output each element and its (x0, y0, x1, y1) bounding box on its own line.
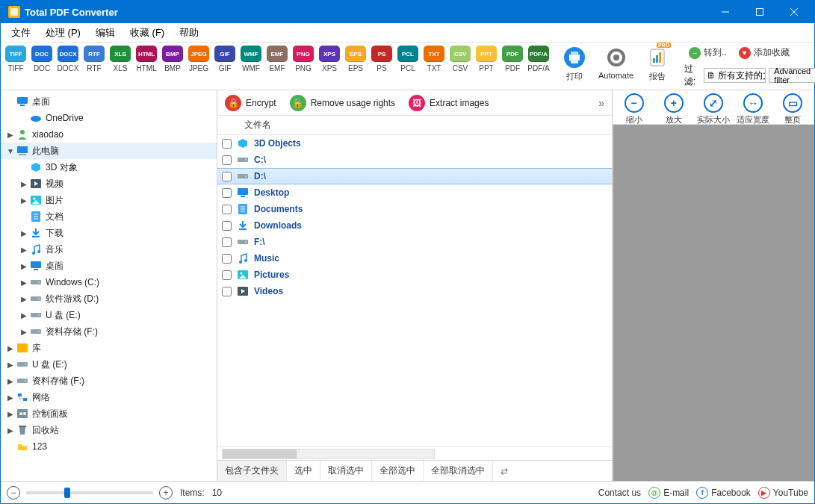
file-row[interactable]: D:\ (217, 168, 612, 184)
disclosure-icon[interactable]: ▶ (5, 344, 16, 352)
row-checkbox[interactable] (222, 221, 232, 231)
row-checkbox[interactable] (222, 270, 232, 280)
format-wmf[interactable]: WMFWMF (239, 46, 263, 72)
tree-node[interactable]: ▼此电脑 (1, 143, 217, 159)
disclosure-icon[interactable]: ▶ (19, 262, 29, 270)
zoom-slider[interactable] (26, 491, 153, 494)
tree-node[interactable]: ▶Windows (C:) (1, 274, 217, 290)
menu-收藏 (F)[interactable]: 收藏 (F) (124, 25, 170, 41)
preview-fitp[interactable]: ▭整页 (776, 93, 810, 125)
format-eps[interactable]: EPSEPS (344, 46, 368, 72)
tree-node[interactable]: ▶资料存储 (F:) (1, 373, 217, 389)
preview-zoomout[interactable]: −缩小 (617, 93, 651, 125)
tree-node[interactable]: 123 (1, 438, 217, 455)
advanced-filter-button[interactable]: Advanced filter (769, 68, 815, 83)
tree-node[interactable]: ▶网络 (1, 389, 217, 405)
format-ps[interactable]: PSPS (370, 46, 394, 72)
disclosure-icon[interactable]: ▶ (5, 131, 16, 139)
row-checkbox[interactable] (222, 254, 232, 264)
format-docx[interactable]: DOCXDOCX (56, 46, 80, 72)
tree-node[interactable]: ▶库 (1, 340, 217, 356)
disclosure-icon[interactable]: ▶ (5, 361, 16, 369)
add-favorite-button[interactable]: ♥添加收藏 (734, 46, 794, 60)
menu-编辑[interactable]: 编辑 (90, 25, 121, 41)
format-png[interactable]: PNGPNG (291, 46, 315, 72)
file-row[interactable]: Pictures (217, 267, 612, 283)
format-html[interactable]: HTMLHTML (134, 46, 158, 72)
disclosure-icon[interactable]: ▶ (19, 328, 29, 336)
disclosure-icon[interactable]: ▶ (5, 410, 16, 418)
row-checkbox[interactable] (222, 287, 232, 296)
extract-images-button[interactable]: 🖼Extract images (406, 93, 492, 113)
file-row[interactable]: C:\ (217, 152, 612, 168)
disclosure-icon[interactable]: ▶ (19, 311, 29, 320)
format-txt[interactable]: TXTTXT (422, 46, 446, 72)
youtube-link[interactable]: ▶YouTube (758, 487, 808, 499)
format-xps[interactable]: XPSXPS (317, 46, 341, 72)
disclosure-icon[interactable]: ▶ (19, 246, 29, 254)
file-row[interactable]: 3D Objects (217, 135, 612, 152)
format-tiff[interactable]: TIFFTIFF (4, 46, 28, 72)
preview-actual[interactable]: ⤢实际大小 (696, 93, 730, 125)
facebook-link[interactable]: fFacebook (696, 487, 751, 499)
disclosure-icon[interactable]: ▶ (5, 426, 16, 435)
automate-button[interactable]: Automate (598, 46, 633, 80)
tree-node[interactable]: ▶xiaodao (1, 126, 217, 143)
folder-tree[interactable]: 桌面OneDrive▶xiaodao▼此电脑3D 对象▶视频▶图片文档▶下载▶音… (1, 90, 217, 481)
disclosure-icon[interactable]: ▶ (5, 393, 16, 402)
format-doc[interactable]: DOCDOC (30, 46, 54, 72)
disclosure-icon[interactable]: ▶ (19, 295, 29, 303)
tree-node[interactable]: ▶U 盘 (E:) (1, 307, 217, 323)
tree-node[interactable]: ▶资料存储 (F:) (1, 323, 217, 340)
format-rtf[interactable]: RTFRTF (82, 46, 106, 72)
tree-node[interactable]: ▶软件游戏 (D:) (1, 290, 217, 307)
preview-fitw[interactable]: ↔适应宽度 (737, 93, 770, 125)
disclosure-icon[interactable]: ▶ (19, 279, 29, 287)
email-link[interactable]: @E-mail (648, 487, 689, 499)
format-ppt[interactable]: PPTPPT (474, 46, 498, 72)
format-jpeg[interactable]: JPEGJPEG (187, 46, 211, 72)
remove-rights-button[interactable]: 🔓Remove usage rights (287, 93, 398, 113)
format-pcl[interactable]: PCLPCL (396, 46, 420, 72)
selbar-more[interactable]: ⇄ (493, 461, 515, 481)
tree-node[interactable]: ▶音乐 (1, 241, 217, 258)
disclosure-icon[interactable]: ▼ (5, 147, 16, 155)
row-checkbox[interactable] (222, 155, 232, 165)
close-button[interactable] (777, 1, 811, 23)
menu-处理 (P)[interactable]: 处理 (P) (40, 25, 87, 41)
tree-node[interactable]: 桌面 (1, 93, 217, 110)
selbar-4[interactable]: 全部取消选中 (424, 461, 493, 481)
disclosure-icon[interactable]: ▶ (5, 377, 16, 385)
more-actions-button[interactable]: » (595, 97, 607, 109)
preview-zoomin[interactable]: +放大 (657, 93, 690, 125)
zoom-in-button[interactable]: + (159, 486, 173, 500)
selbar-3[interactable]: 全部选中 (372, 461, 424, 481)
file-row[interactable]: Videos (217, 283, 612, 299)
contact-us-link[interactable]: Contact us (598, 488, 641, 498)
report-button[interactable]: 报告 (645, 46, 669, 82)
file-row[interactable]: Downloads (217, 217, 612, 234)
tree-node[interactable]: ▶图片 (1, 192, 217, 208)
file-row[interactable]: Documents (217, 201, 612, 217)
format-emf[interactable]: EMFEMF (265, 46, 289, 72)
tree-node[interactable]: 文档 (1, 208, 217, 225)
disclosure-icon[interactable]: ▶ (19, 180, 29, 188)
tree-node[interactable]: OneDrive (1, 110, 217, 126)
minimize-button[interactable] (708, 1, 743, 23)
list-header[interactable]: 文件名 (217, 116, 612, 135)
file-row[interactable]: F:\ (217, 234, 612, 250)
disclosure-icon[interactable]: ▶ (19, 229, 29, 237)
selbar-0[interactable]: 包含子文件夹 (217, 461, 287, 481)
tree-node[interactable]: 3D 对象 (1, 159, 217, 175)
menu-文件[interactable]: 文件 (5, 25, 37, 41)
tree-node[interactable]: ▶U 盘 (E:) (1, 356, 217, 373)
tree-node[interactable]: ▶视频 (1, 175, 217, 192)
selbar-1[interactable]: 选中 (287, 461, 320, 481)
selbar-2[interactable]: 取消选中 (320, 461, 372, 481)
row-checkbox[interactable] (222, 237, 232, 247)
format-pdf[interactable]: PDFPDF (501, 46, 524, 72)
tree-node[interactable]: ▶下载 (1, 225, 217, 241)
file-row[interactable]: Desktop (217, 184, 612, 201)
encrypt-button[interactable]: 🔒Encrypt (222, 93, 279, 113)
disclosure-icon[interactable]: ▶ (19, 196, 29, 205)
